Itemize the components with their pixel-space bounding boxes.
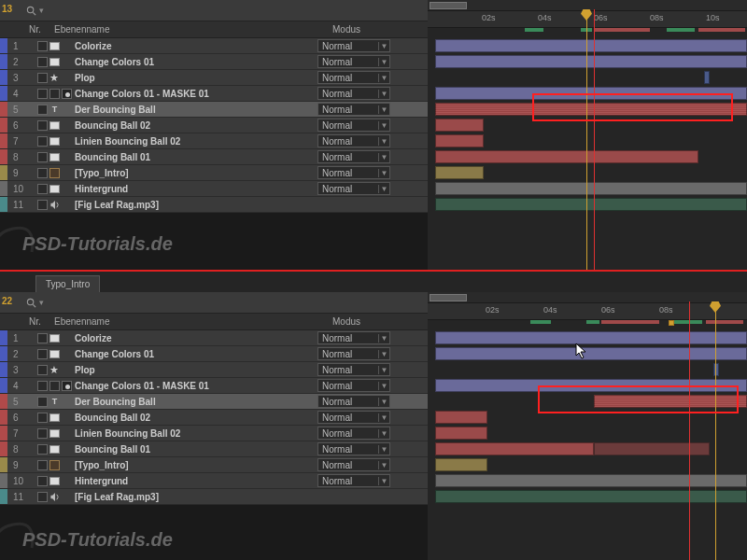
layer-name[interactable]: Hintergrund — [75, 184, 317, 194]
layer-name[interactable]: Linien Bouncing Ball 02 — [75, 428, 317, 439]
checkbox-icon[interactable] — [37, 460, 48, 470]
checkbox-icon[interactable] — [37, 333, 48, 343]
timeline-area-top[interactable]: 02s 04s 06s 08s 10s — [428, 0, 747, 270]
blend-mode-dropdown[interactable]: Normal▼ — [317, 182, 390, 195]
blend-mode-dropdown[interactable]: Normal▼ — [317, 39, 390, 52]
blend-mode-dropdown[interactable]: Normal▼ — [317, 363, 390, 376]
layer-name[interactable]: Plop — [75, 73, 317, 83]
layer-name[interactable]: Bouncing Ball 02 — [75, 413, 317, 423]
layer-bar[interactable] — [435, 103, 747, 116]
checkbox-icon[interactable] — [37, 168, 48, 178]
layer-number: 4 — [13, 89, 37, 99]
layer-name[interactable]: Linien Bouncing Ball 02 — [75, 136, 317, 147]
layer-name[interactable]: Change Colors 01 - MASKE 01 — [75, 381, 317, 391]
work-area-handle[interactable] — [669, 320, 674, 326]
layer-bar[interactable] — [435, 347, 747, 360]
checkbox-icon[interactable] — [37, 184, 48, 194]
blend-mode-dropdown[interactable]: Normal▼ — [317, 71, 390, 84]
layer-number: 11 — [13, 200, 37, 210]
blend-mode-dropdown[interactable]: Normal▼ — [317, 150, 390, 163]
layer-bar[interactable] — [435, 331, 747, 344]
timeline-area-bottom[interactable]: 02s 04s 06s 08s — [428, 292, 747, 560]
checkbox-icon[interactable] — [37, 120, 48, 131]
layer-name[interactable]: Der Bouncing Ball — [75, 397, 317, 407]
layer-bar[interactable] — [435, 134, 484, 147]
layer-bar[interactable] — [435, 490, 747, 503]
checkbox-icon[interactable] — [37, 413, 48, 423]
layer-bar[interactable] — [713, 363, 719, 376]
checkbox-icon[interactable] — [37, 349, 48, 359]
checkbox-icon[interactable] — [37, 365, 48, 375]
blend-mode-dropdown[interactable]: Normal▼ — [317, 427, 390, 440]
blend-mode-dropdown[interactable]: Normal▼ — [317, 55, 390, 68]
blend-mode-dropdown[interactable]: Normal▼ — [317, 119, 390, 132]
checkbox-icon[interactable] — [37, 41, 48, 51]
layer-bar[interactable] — [435, 474, 747, 487]
time-ruler[interactable]: 02s 04s 06s 08s — [428, 303, 747, 320]
layer-name[interactable]: Change Colors 01 — [75, 57, 317, 67]
layer-bar[interactable] — [435, 150, 698, 163]
blend-mode-dropdown[interactable]: Normal▼ — [317, 166, 390, 179]
playhead[interactable] — [586, 9, 587, 270]
layer-name[interactable]: Bouncing Ball 01 — [75, 444, 317, 455]
checkbox-icon[interactable] — [37, 73, 48, 83]
checkbox-icon[interactable] — [37, 105, 48, 115]
search-dropdown-icon[interactable]: ▾ — [39, 298, 44, 307]
layer-name[interactable]: [Typo_Intro] — [75, 460, 317, 470]
layer-bar[interactable] — [435, 442, 594, 455]
layer-bar[interactable] — [435, 39, 747, 52]
layer-name[interactable]: [Fig Leaf Rag.mp3] — [75, 200, 317, 210]
checkbox-icon[interactable] — [37, 152, 48, 162]
layer-icon — [37, 476, 75, 486]
layer-name[interactable]: Change Colors 01 — [75, 349, 317, 359]
checkbox-icon[interactable] — [37, 397, 48, 407]
checkbox-icon[interactable] — [37, 57, 48, 67]
layer-name[interactable]: [Typo_Intro] — [75, 168, 317, 178]
blend-mode-dropdown[interactable]: Normal▼ — [317, 379, 390, 392]
blend-mode-dropdown[interactable]: Normal▼ — [317, 347, 390, 360]
blend-mode-dropdown[interactable]: Normal▼ — [317, 134, 390, 147]
layer-name[interactable]: [Fig Leaf Rag.mp3] — [75, 492, 317, 502]
checkbox-icon[interactable] — [37, 476, 48, 486]
checkbox-icon[interactable] — [37, 136, 48, 147]
layer-bar[interactable] — [594, 395, 747, 408]
layer-bar[interactable] — [435, 87, 747, 100]
layer-bar[interactable] — [594, 442, 710, 455]
layer-name[interactable]: Colorize — [75, 41, 317, 51]
blend-mode-dropdown[interactable]: Normal▼ — [317, 474, 390, 487]
tab-typo-intro[interactable]: Typo_Intro — [35, 275, 100, 292]
checkbox-icon[interactable] — [37, 444, 48, 455]
ruler-scrollbar[interactable] — [428, 292, 747, 303]
checkbox-icon[interactable] — [37, 200, 48, 210]
layer-bar[interactable] — [435, 411, 487, 424]
playhead[interactable] — [715, 301, 716, 560]
checkbox-icon[interactable] — [37, 428, 48, 439]
layer-name[interactable]: Colorize — [75, 333, 317, 343]
layer-name[interactable]: Change Colors 01 - MASKE 01 — [75, 89, 317, 99]
layer-bar[interactable] — [435, 198, 747, 211]
layer-bar[interactable] — [435, 427, 487, 440]
blend-mode-dropdown[interactable]: Normal▼ — [317, 458, 390, 471]
checkbox-icon[interactable] — [37, 492, 48, 502]
layer-bar[interactable] — [435, 55, 747, 68]
blend-mode-dropdown[interactable]: Normal▼ — [317, 331, 390, 344]
layer-bar[interactable] — [704, 71, 710, 84]
blend-mode-dropdown[interactable]: Normal▼ — [317, 87, 390, 100]
layer-name[interactable]: Plop — [75, 365, 317, 375]
blend-mode-dropdown[interactable]: Normal▼ — [317, 442, 390, 455]
layer-bar[interactable] — [435, 166, 484, 179]
layer-name[interactable]: Bouncing Ball 01 — [75, 152, 317, 162]
checkbox-icon[interactable] — [37, 381, 48, 391]
blend-mode-dropdown[interactable]: Normal▼ — [317, 103, 390, 116]
layer-name[interactable]: Bouncing Ball 02 — [75, 120, 317, 131]
blend-mode-dropdown[interactable]: Normal▼ — [317, 411, 390, 424]
layer-bar[interactable] — [435, 119, 484, 132]
layer-name[interactable]: Der Bouncing Ball — [75, 105, 317, 115]
checkbox-icon[interactable] — [37, 89, 48, 99]
layer-bar[interactable] — [435, 379, 747, 392]
search-dropdown-icon[interactable]: ▾ — [39, 6, 44, 15]
layer-bar[interactable] — [435, 182, 747, 195]
blend-mode-dropdown[interactable]: Normal▼ — [317, 395, 390, 408]
layer-bar[interactable] — [435, 458, 487, 471]
layer-name[interactable]: Hintergrund — [75, 476, 317, 486]
